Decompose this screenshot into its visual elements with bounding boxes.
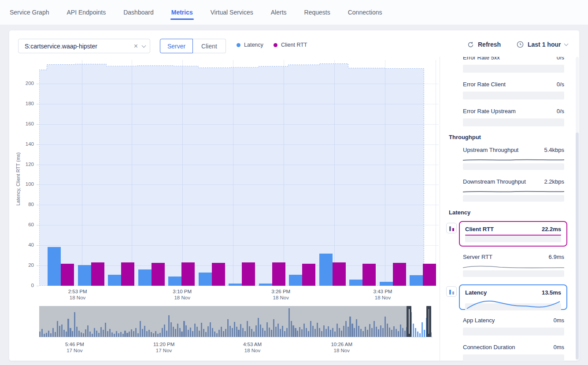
x-axis-date: 18 Nov [68,295,87,300]
metric-label: Error Rate Upstream [463,108,516,114]
nav-tab-api-endpoints[interactable]: API Endpoints [66,0,107,24]
metric-row[interactable]: Client RTT22.2ms [465,225,561,233]
metric-item-error-rate-5xx[interactable]: Error Rate 5xx0/s [463,57,564,73]
latency-sparkline-box [465,297,561,310]
chevron-down-icon[interactable] [564,42,569,46]
metric-item-downstream-throughput[interactable]: Downstream Throughput2.2kbps [463,177,564,202]
y-tick-label: 100 [9,181,34,187]
overview-x-date: 18 Nov [243,348,262,353]
nav-tab-virtual-services[interactable]: Virtual Services [210,0,254,24]
client-rtt-bar [423,264,436,286]
client-rtt-bar [212,263,225,286]
metric-row[interactable]: Upstream Throughput5.4kbps [463,146,564,154]
metric-label: Downstream Throughput [463,178,526,185]
metric-label: Error Rate Client [463,81,506,88]
overview-x-time: 11:20 PM [153,342,174,347]
nav-tab-metrics[interactable]: Metrics [170,0,194,24]
metric-item-upstream-throughput[interactable]: Upstream Throughput5.4kbps [463,146,564,170]
spark-gap [463,115,564,118]
y-tick-mark [37,225,39,225]
time-range-selector[interactable]: Last 1 hour [517,41,568,48]
client-rtt-bar [272,262,285,286]
nav-tab-dashboard[interactable]: Dashboard [122,0,155,24]
time-range-label: Last 1 hour [528,41,561,48]
brush-handle-right[interactable] [426,306,431,337]
overview-bar [419,333,421,337]
metric-item-error-rate-upstream[interactable]: Error Rate Upstream0/s [463,107,564,126]
brush-overlay[interactable] [39,306,407,337]
x-axis-date: 18 Nov [271,295,290,300]
metric-item-server-rtt[interactable]: Server RTT6.9ms [463,253,564,277]
sparkline-wrap [463,187,564,195]
nav-tab-connections[interactable]: Connections [347,0,383,24]
latency-bar [168,277,181,286]
service-selector[interactable]: S:cartservice.waap-hipster × [18,39,150,53]
sparkline-band [465,236,561,242]
sparkline-wrap [463,262,564,270]
server-mode-button[interactable]: Server [160,39,193,53]
x-axis-time: 3:10 PM [173,289,192,294]
client-rtt-bar [152,263,165,286]
client-rtt-bar [302,264,315,286]
metric-row[interactable]: Error Rate Upstream0/s [463,107,564,115]
legend-latency[interactable]: Latency [237,42,263,48]
y-tick-label: 180 [9,101,34,106]
latency-bar [410,275,423,286]
refresh-button[interactable]: Refresh [467,41,501,48]
nav-tab-service-graph[interactable]: Service Graph [9,0,50,24]
metric-value: 0/s [557,57,564,61]
metric-card-latency[interactable]: Latency13.5ms [459,284,567,310]
y-tick-mark [37,245,39,246]
overview-bar [413,324,414,337]
y-tick-label: 0 [9,283,34,288]
latency-bar [349,280,362,286]
metric-value: 6.9ms [549,254,564,260]
metric-card-client-rtt[interactable]: Client RTT22.2ms [459,221,567,247]
metric-value: 13.5ms [542,289,561,296]
timeline-overview[interactable]: 5:46 PM17 Nov11:20 PM17 Nov4:53 AM18 Nov… [39,306,433,337]
metric-value: 0/s [557,108,564,114]
icon-bar-1 [449,290,451,295]
brush-handle-left[interactable] [407,306,411,337]
overview-x-time: 5:46 PM [65,342,84,347]
y-tick-mark [37,286,39,286]
refresh-label: Refresh [478,41,501,48]
metric-item-app-latency[interactable]: App Latency0ms [463,316,564,336]
sparkline-flat [463,354,564,361]
metric-value: 2.2kbps [544,178,564,185]
metrics-panel: S:cartservice.waap-hipster × Server Clie… [9,30,580,361]
sidebar-scrollbar-thumb[interactable] [576,133,579,359]
nav-tab-requests[interactable]: Requests [303,0,331,24]
y-tick-label: 40 [9,242,34,247]
throughput-sparkline [463,190,564,193]
clear-icon[interactable]: × [134,42,138,50]
client-mode-button[interactable]: Client [193,39,226,53]
metric-row[interactable]: App Latency0ms [463,316,564,324]
server-rtt-sparkline [463,264,564,269]
x-axis-label: 3:43 PM18 Nov [374,289,392,300]
metric-label: Upstream Throughput [463,147,518,153]
metric-row[interactable]: Error Rate Client0/s [463,80,564,88]
metric-item-error-rate-client[interactable]: Error Rate Client0/s [463,80,564,100]
overview-x-label: 10:26 AM18 Nov [331,342,352,353]
sparkline-flat [463,328,564,336]
metric-item-connection-duration[interactable]: Connection Duration0ms [463,343,564,361]
metric-row[interactable]: Connection Duration0ms [463,343,564,351]
service-selector-value: S:cartservice.waap-hipster [25,43,134,50]
latency-bar [138,269,152,286]
overview-bar [422,322,423,337]
nav-tab-alerts[interactable]: Alerts [270,0,288,24]
metric-row[interactable]: Error Rate 5xx0/s [463,57,564,61]
spark-gap [463,61,564,65]
spark-gap [463,324,564,328]
metric-row[interactable]: Server RTT6.9ms [463,253,564,261]
client-rtt-bar [242,262,255,286]
legend-client-rtt[interactable]: Client RTT [274,42,307,48]
client-rtt-bar [333,262,346,286]
section-header-latency: Latency [449,209,580,216]
chevron-down-icon[interactable] [142,43,146,48]
sparkline-wrap [463,155,564,163]
metric-row[interactable]: Latency13.5ms [465,288,561,296]
sparkline-flat [463,92,564,100]
metric-row[interactable]: Downstream Throughput2.2kbps [463,177,564,185]
